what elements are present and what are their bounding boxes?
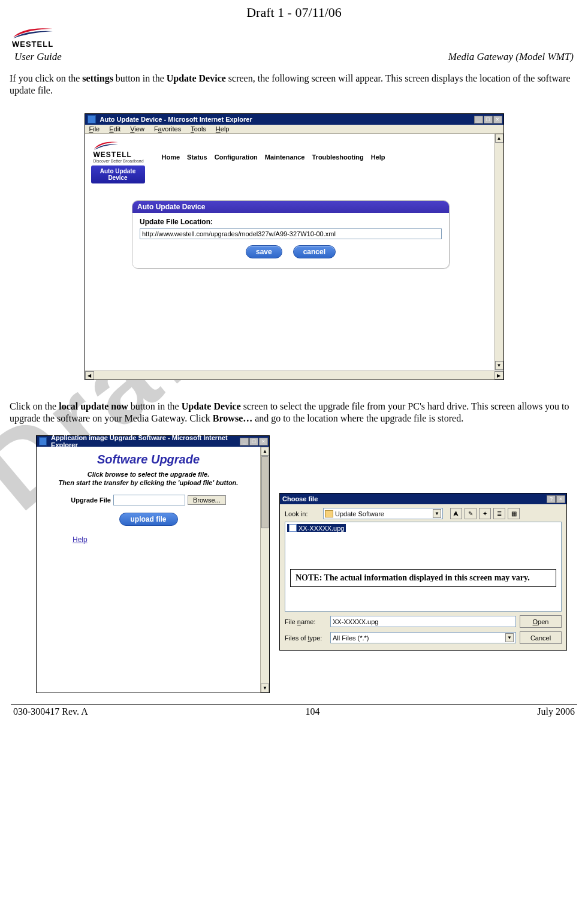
new-folder-icon[interactable]: ✦ [479,508,491,519]
window-titlebar: Application image Upgrade Software - Mic… [37,436,269,447]
ie-icon [39,437,47,446]
help-link[interactable]: Help [73,535,253,544]
scroll-left-icon[interactable]: ◀ [85,371,94,380]
footer-right: July 2006 [537,706,575,717]
close-button[interactable]: × [556,495,565,503]
page-tagline: Discover Better Broadband [94,159,144,163]
user-guide-label: User Guide [14,51,62,63]
dropdown-icon[interactable]: ▼ [505,633,514,642]
nav-troubleshooting[interactable]: Troubleshooting [312,153,363,161]
minimize-button[interactable]: _ [240,438,249,446]
file-name-label: File name: [285,618,327,625]
tab-auto-update[interactable]: Auto Update Device [91,165,145,183]
window-titlebar: Auto Update Device - Microsoft Internet … [85,114,503,125]
menu-favorites[interactable]: Favorites [152,125,183,133]
ie-menubar: FFileile Edit View Favorites Tools Help [85,125,503,134]
list-view-icon[interactable]: ≣ [493,508,505,519]
close-button[interactable]: × [493,116,502,124]
brand-name: WESTELL [12,40,53,49]
page-footer: 030-300417 Rev. A 104 July 2006 [0,705,588,723]
minimize-button[interactable]: _ [474,116,483,124]
horizontal-scrollbar[interactable]: ◀ ▶ [85,371,503,380]
help-button[interactable]: ? [547,495,556,503]
scroll-down-icon[interactable]: ▼ [261,684,269,693]
open-button[interactable]: Open [520,615,562,628]
software-upgrade-heading: Software Upgrade [44,453,253,466]
desktop-icon[interactable]: ✎ [465,508,477,519]
note-overlay: NOTE: The actual information displayed i… [290,569,556,587]
file-item-selected[interactable]: XX-XXXXX.upg [287,524,346,532]
dialog-title: Choose file [282,495,318,502]
up-folder-icon[interactable]: ⮝ [450,508,462,519]
upgrade-file-input[interactable] [113,495,185,505]
screenshot-auto-update-window: Auto Update Device - Microsoft Internet … [85,113,504,380]
file-list[interactable]: XX-XXXXX.upg NOTE: The actual informatio… [285,522,562,612]
scroll-thumb[interactable] [261,456,269,528]
upgrade-subtext: Click browse to select the upgrade file.… [44,470,253,487]
look-in-label: Look in: [285,510,319,517]
footer-left: 030-300417 Rev. A [13,706,88,717]
nav-maintenance[interactable]: Maintenance [265,153,305,161]
westell-logo: WESTELL [12,25,54,49]
scroll-up-icon[interactable]: ▲ [495,134,503,143]
model-label: Media Gateway (Model WMT) [448,51,574,63]
scroll-down-icon[interactable]: ▼ [495,361,503,370]
vertical-scrollbar[interactable]: ▲ ▼ [494,134,503,370]
main-nav: Home Status Configuration Maintenance Tr… [162,153,385,163]
menu-help[interactable]: Help [214,125,231,133]
maximize-button[interactable]: □ [249,438,258,446]
draft-header: Draft 1 - 07/11/06 [0,0,588,20]
dialog-titlebar: Choose file ? × [280,493,566,504]
nav-help[interactable]: Help [371,153,385,161]
file-icon [289,524,297,532]
footer-center: 104 [306,706,320,717]
file-item-name: XX-XXXXX.upg [298,525,344,532]
upload-file-button[interactable]: upload file [119,513,178,526]
page-brand-row: WESTELL Discover Better Broadband Home S… [91,137,491,165]
dropdown-icon[interactable]: ▼ [433,509,441,518]
upgrade-file-label: Upgrade File [71,496,111,504]
scroll-right-icon[interactable]: ▶ [494,371,503,380]
screenshot-software-upgrade-window: Application image Upgrade Software - Mic… [36,435,270,693]
swoosh-icon [94,140,119,150]
scroll-up-icon[interactable]: ▲ [261,447,269,456]
ie-icon [88,115,96,124]
paragraph-1: If you click on the settings button in t… [0,67,588,103]
look-in-combo[interactable]: Update Software ▼ [323,508,443,519]
paragraph-2: Click on the local update now button in … [0,384,588,431]
files-of-type-combo[interactable]: All Files (*.*) ▼ [330,632,516,643]
menu-view[interactable]: View [128,125,146,133]
vertical-scrollbar[interactable]: ▲ ▼ [260,447,269,693]
nav-configuration[interactable]: Configuration [215,153,258,161]
cancel-button[interactable]: cancel [293,245,336,258]
auto-update-card: Auto Update Device Update File Location:… [132,200,450,269]
cancel-button[interactable]: Cancel [520,631,562,644]
menu-tools[interactable]: Tools [189,125,208,133]
menu-edit[interactable]: Edit [107,125,122,133]
details-view-icon[interactable]: ▦ [508,508,520,519]
doc-header-row: User Guide Media Gateway (Model WMT) [0,49,588,67]
update-file-label: Update File Location: [140,218,442,226]
swoosh-icon [12,25,54,40]
maximize-button[interactable]: □ [484,116,493,124]
page-brand: WESTELL [94,150,132,159]
close-button[interactable]: × [259,438,268,446]
window-title: Auto Update Device - Microsoft Internet … [100,116,252,123]
file-name-input[interactable]: XX-XXXXX.upg [330,616,516,627]
files-of-type-label: Files of type: [285,634,327,642]
update-file-input[interactable] [140,228,442,239]
browse-button[interactable]: Browse... [188,495,226,505]
look-in-value: Update Software [335,510,384,517]
card-title: Auto Update Device [132,201,449,213]
folder-icon [325,510,333,517]
nav-status[interactable]: Status [187,153,207,161]
save-button[interactable]: save [246,245,282,258]
menu-file[interactable]: FFileile [88,125,102,133]
nav-home[interactable]: Home [162,153,180,161]
brand-logo-row: WESTELL [0,20,588,49]
screenshot-choose-file-dialog: Choose file ? × Look in: Update Software… [279,493,567,651]
